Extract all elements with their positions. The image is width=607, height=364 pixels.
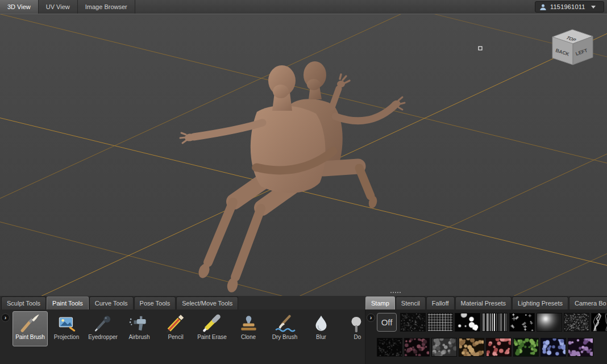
account-id: 1151961011 bbox=[550, 3, 585, 10]
tab-stencil[interactable]: Stencil bbox=[396, 296, 426, 309]
tools-pane: › Paint BrushProjectionEyedropperAirbrus… bbox=[0, 309, 365, 364]
paint-brush-icon bbox=[19, 314, 41, 333]
tool-do[interactable]: Do bbox=[340, 311, 365, 346]
stamp-thumb-stone[interactable] bbox=[431, 338, 457, 357]
clone-icon bbox=[238, 314, 259, 333]
tab-image-browser[interactable]: Image Browser bbox=[78, 0, 135, 14]
stamp-row-2 bbox=[377, 338, 607, 357]
tab-falloff[interactable]: Falloff bbox=[426, 296, 455, 309]
tool-projection[interactable]: Projection bbox=[49, 311, 84, 346]
tool-label: Clone bbox=[241, 334, 256, 340]
tab-sculpt-tools[interactable]: Sculpt Tools bbox=[1, 296, 46, 309]
stamp-thumb-dark-noise[interactable] bbox=[400, 313, 426, 332]
account-widget[interactable]: 1151961011 bbox=[535, 1, 604, 12]
stamp-thumb-crystals[interactable] bbox=[541, 338, 566, 357]
tool-paint-brush[interactable]: Paint Brush bbox=[13, 311, 48, 346]
projection-icon bbox=[56, 314, 77, 333]
tool-pencil[interactable]: Pencil bbox=[158, 311, 193, 346]
tool-label: Do bbox=[354, 334, 361, 340]
drag-handle[interactable] bbox=[390, 291, 401, 294]
eyedropper-icon bbox=[92, 314, 114, 333]
tab-3d-view[interactable]: 3D View bbox=[0, 0, 39, 14]
stamp-thumb-dark-grain[interactable] bbox=[377, 338, 402, 357]
panel-tab-strip: Sculpt ToolsPaint ToolsCurve ToolsPose T… bbox=[0, 296, 607, 309]
stamp-thumb-splatter[interactable] bbox=[455, 313, 480, 332]
pencil-icon bbox=[165, 314, 186, 333]
tool-label: Airbrush bbox=[128, 334, 149, 340]
stamp-thumb-sparkles[interactable] bbox=[509, 313, 535, 332]
tool-blur[interactable]: Blur bbox=[304, 311, 339, 346]
tab-material-presets[interactable]: Material Presets bbox=[455, 296, 512, 309]
stamp-row-1: Off bbox=[377, 313, 607, 332]
scene-canvas: TOP BACK LEFT bbox=[0, 14, 607, 296]
dodge-icon bbox=[347, 314, 365, 333]
stamp-thumb-lichen[interactable] bbox=[568, 338, 593, 357]
stamp-thumb-fine-noise[interactable] bbox=[564, 313, 589, 332]
stamp-thumb-branches[interactable] bbox=[591, 313, 607, 332]
tab-select-move-tools[interactable]: Select/Move Tools bbox=[176, 296, 238, 309]
tab-pose-tools[interactable]: Pose Tools bbox=[134, 296, 176, 309]
tab-curve-tools[interactable]: Curve Tools bbox=[89, 296, 134, 309]
stamp-thumb-dark-petals[interactable] bbox=[404, 338, 430, 357]
stamps-scroll-button[interactable]: › bbox=[367, 313, 375, 322]
stamp-thumb-dry-leaves[interactable] bbox=[459, 338, 484, 357]
tool-label: Paint Brush bbox=[15, 334, 45, 340]
stamp-off-button[interactable]: Off bbox=[377, 313, 397, 332]
tab-lighting-presets[interactable]: Lighting Presets bbox=[512, 296, 568, 309]
tab-uv-view[interactable]: UV View bbox=[39, 0, 78, 14]
tool-label: Projection bbox=[54, 334, 79, 340]
tool-label: Paint Erase bbox=[197, 334, 227, 340]
tools-strip: Paint BrushProjectionEyedropperAirbrushP… bbox=[0, 309, 365, 346]
tool-label: Eyedropper bbox=[88, 334, 118, 340]
tool-label: Blur bbox=[316, 334, 326, 340]
tab-camera-bo[interactable]: Camera Bo bbox=[569, 296, 607, 309]
tool-clone[interactable]: Clone bbox=[231, 311, 266, 346]
dry-brush-icon bbox=[274, 314, 296, 333]
tool-eyedropper[interactable]: Eyedropper bbox=[85, 311, 120, 346]
tool-label: Dry Brush bbox=[272, 334, 297, 340]
stamp-thumb-pink-petals[interactable] bbox=[486, 338, 512, 357]
tray-tab-group: StampStencilFalloffMaterial PresetsLight… bbox=[365, 296, 607, 309]
tool-label: Pencil bbox=[168, 334, 183, 340]
top-tab-bar: 3D ViewUV ViewImage Browser bbox=[0, 0, 135, 14]
airbrush-icon bbox=[128, 314, 150, 333]
tab-paint-tools[interactable]: Paint Tools bbox=[47, 296, 89, 309]
viewport-3d[interactable]: TOP BACK LEFT bbox=[0, 14, 607, 296]
stamp-thumb-bark-stripes[interactable] bbox=[482, 313, 508, 332]
chevron-down-icon[interactable] bbox=[591, 6, 596, 9]
application-window: 3D ViewUV ViewImage Browser 1151961011 bbox=[0, 0, 607, 364]
stamps-pane: › Off bbox=[365, 309, 607, 364]
stamp-thumb-moss[interactable] bbox=[513, 338, 539, 357]
tab-stamp[interactable]: Stamp bbox=[365, 296, 395, 309]
view-cube[interactable]: TOP BACK LEFT bbox=[552, 30, 593, 65]
tool-airbrush[interactable]: Airbrush bbox=[122, 311, 157, 346]
tool-dry-brush[interactable]: Dry Brush bbox=[267, 311, 302, 346]
blur-icon bbox=[310, 314, 332, 333]
stamp-thumb-soft-glow[interactable] bbox=[537, 313, 562, 332]
tools-scroll-button[interactable]: › bbox=[1, 313, 10, 322]
bottom-tray: › Paint BrushProjectionEyedropperAirbrus… bbox=[0, 309, 607, 364]
paint-erase-icon bbox=[201, 314, 223, 333]
top-bar: 3D ViewUV ViewImage Browser 1151961011 bbox=[0, 0, 607, 14]
tool-tab-group: Sculpt ToolsPaint ToolsCurve ToolsPose T… bbox=[1, 296, 239, 309]
user-icon bbox=[539, 3, 547, 11]
stamp-thumb-weave-grid[interactable] bbox=[427, 313, 453, 332]
tool-paint-erase[interactable]: Paint Erase bbox=[194, 311, 230, 346]
